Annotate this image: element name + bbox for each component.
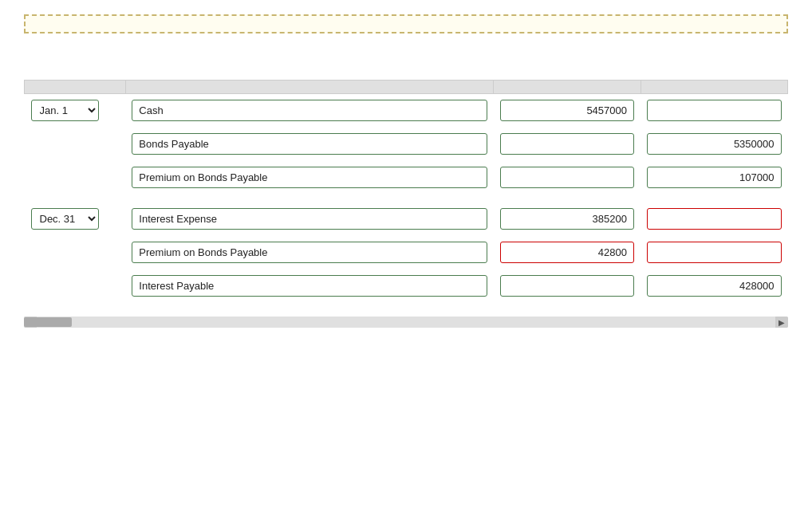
scrollbar-thumb[interactable] (24, 317, 72, 327)
alert-box (24, 14, 788, 33)
header-date (25, 80, 126, 93)
debit-input[interactable] (500, 242, 634, 263)
header-account (125, 80, 493, 93)
table-header-row (25, 80, 788, 93)
page-wrapper: Jan. 1Dec. 31Jan. 1Dec. 31 ◀ ▶ (0, 0, 812, 531)
debit-cell (494, 235, 641, 269)
credit-input[interactable] (647, 100, 782, 121)
debit-cell (494, 202, 641, 235)
account-cell (125, 160, 493, 194)
debit-input[interactable] (500, 100, 634, 121)
debit-cell (494, 93, 641, 127)
credit-input[interactable] (647, 242, 782, 263)
table-row: Jan. 1Dec. 31 (25, 202, 788, 235)
date-cell (25, 269, 126, 302)
date-cell: Jan. 1Dec. 31 (25, 93, 126, 127)
header-debit (494, 80, 641, 93)
table-row (25, 269, 788, 302)
table-row (25, 235, 788, 269)
account-input[interactable] (132, 167, 487, 188)
account-input[interactable] (132, 133, 487, 155)
account-cell (125, 127, 493, 160)
credit-cell (641, 202, 788, 235)
scroll-right-arrow[interactable]: ▶ (775, 317, 788, 328)
account-input[interactable] (132, 100, 487, 121)
date-select[interactable]: Jan. 1Dec. 31 (31, 100, 99, 121)
credit-cell (641, 127, 788, 160)
journal-table: Jan. 1Dec. 31Jan. 1Dec. 31 (24, 80, 788, 303)
intro-paragraph (24, 48, 788, 65)
header-credit (641, 80, 788, 93)
credit-cell (641, 93, 788, 127)
date-cell (25, 127, 126, 160)
credit-cell (641, 235, 788, 269)
debit-input[interactable] (500, 133, 634, 155)
account-input[interactable] (132, 275, 487, 297)
credit-input[interactable] (647, 133, 782, 155)
credit-input[interactable] (647, 208, 782, 230)
credit-cell (641, 269, 788, 302)
table-row (25, 160, 788, 194)
date-cell: Jan. 1Dec. 31 (25, 202, 126, 235)
credit-input[interactable] (647, 167, 782, 188)
account-cell (125, 269, 493, 302)
table-row (25, 127, 788, 160)
debit-input[interactable] (500, 167, 634, 188)
debit-input[interactable] (500, 208, 634, 230)
debit-cell (494, 127, 641, 160)
credit-input[interactable] (647, 275, 782, 297)
account-input[interactable] (132, 208, 487, 230)
date-select[interactable]: Jan. 1Dec. 31 (31, 208, 99, 230)
date-cell (25, 235, 126, 269)
debit-cell (494, 269, 641, 302)
table-row: Jan. 1Dec. 31 (25, 93, 788, 127)
debit-cell (494, 160, 641, 194)
scrollbar[interactable]: ◀ ▶ (24, 317, 788, 328)
account-input[interactable] (132, 242, 487, 263)
account-cell (125, 235, 493, 269)
account-cell (125, 93, 493, 127)
spacer-row (25, 194, 788, 202)
date-cell (25, 160, 126, 194)
debit-input[interactable] (500, 275, 634, 297)
credit-cell (641, 160, 788, 194)
account-cell (125, 202, 493, 235)
